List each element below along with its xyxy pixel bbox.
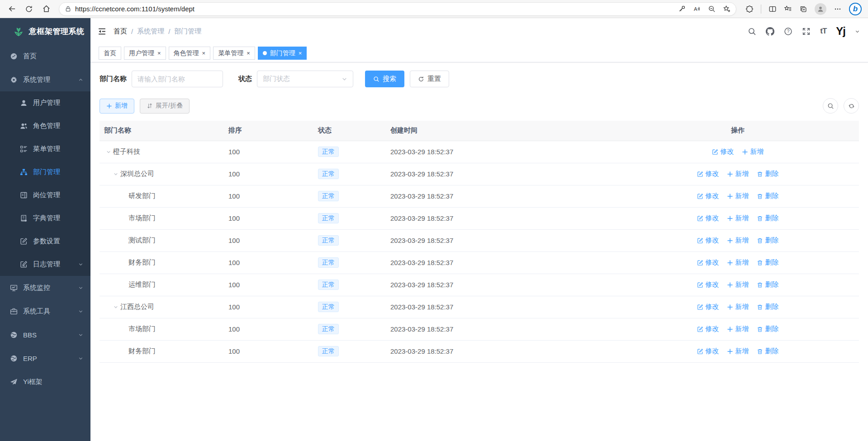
table-tools	[823, 98, 859, 114]
dept-name[interactable]: 江西总公司	[120, 303, 154, 311]
github-icon[interactable]	[766, 27, 774, 36]
breadcrumb-home[interactable]: 首页	[114, 27, 127, 36]
browser-refresh-button[interactable]	[22, 2, 36, 16]
dept-name[interactable]: 测试部门	[128, 236, 156, 245]
tag-tab-1[interactable]: 用户管理 ×	[124, 47, 166, 60]
dept-name[interactable]: 研发部门	[128, 192, 156, 200]
sidebar-item-4[interactable]: BBS	[0, 323, 90, 346]
fullscreen-icon[interactable]	[802, 27, 811, 36]
row-action-edit[interactable]: 修改	[697, 280, 719, 289]
dept-name[interactable]: 财务部门	[128, 258, 156, 267]
row-action-plus[interactable]: 新增	[727, 236, 749, 245]
row-action-plus[interactable]: 新增	[727, 280, 749, 289]
sidebar-subitem-0[interactable]: 用户管理	[0, 91, 90, 114]
sidebar-item-1[interactable]: 系统管理	[0, 68, 90, 91]
browser-profile-avatar[interactable]	[815, 3, 826, 15]
row-action-edit[interactable]: 修改	[697, 214, 719, 223]
site-info-lock-icon[interactable]	[65, 5, 71, 12]
extensions-icon[interactable]	[745, 5, 754, 13]
expand-collapse-button[interactable]: 展开/折叠	[140, 99, 190, 114]
sidebar-item-2[interactable]: 系统监控	[0, 276, 90, 299]
collections-icon[interactable]	[799, 5, 807, 13]
user-avatar-logo[interactable]: Yj	[836, 25, 845, 38]
row-action-edit[interactable]: 修改	[697, 170, 719, 178]
bing-chat-icon[interactable]: b	[849, 3, 862, 15]
add-favorite-star-icon[interactable]	[723, 5, 730, 13]
browser-back-button[interactable]	[5, 2, 19, 16]
close-tab-icon[interactable]: ×	[299, 50, 302, 57]
split-screen-icon[interactable]	[768, 5, 777, 13]
row-action-edit[interactable]: 修改	[697, 303, 719, 311]
sidebar-subitem-3[interactable]: 部门管理	[0, 161, 90, 184]
tag-tab-4[interactable]: 部门管理 ×	[258, 47, 307, 60]
search-button[interactable]: 搜索	[365, 71, 404, 87]
row-action-plus[interactable]: 新增	[727, 192, 749, 200]
refresh-table-circle-button[interactable]	[844, 98, 859, 114]
row-action-plus[interactable]: 新增	[727, 303, 749, 311]
password-key-icon[interactable]	[678, 5, 686, 13]
sidebar-item-6[interactable]: Yi框架	[0, 370, 90, 394]
status-select[interactable]: 部门状态	[257, 71, 353, 87]
show-search-circle-button[interactable]	[823, 98, 838, 114]
tag-tab-0[interactable]: 首页	[99, 47, 121, 60]
add-button[interactable]: 新增	[100, 99, 134, 114]
sidebar-item-0[interactable]: 首页	[0, 44, 90, 68]
reset-button[interactable]: 重置	[410, 71, 449, 87]
tag-tab-3[interactable]: 菜单管理 ×	[213, 47, 255, 60]
collapse-sidebar-icon[interactable]	[98, 27, 106, 36]
address-bar[interactable]: https://ccnetcore.com:1101/system/dept A	[59, 2, 736, 16]
close-tab-icon[interactable]: ×	[202, 50, 206, 57]
row-action-plus[interactable]: 新增	[727, 347, 749, 356]
dept-name[interactable]: 财务部门	[128, 347, 156, 356]
row-action-edit[interactable]: 修改	[712, 147, 734, 156]
row-action-plus[interactable]: 新增	[727, 170, 749, 178]
row-action-edit[interactable]: 修改	[697, 236, 719, 245]
row-action-plus[interactable]: 新增	[727, 258, 749, 267]
row-action-trash[interactable]: 删除	[757, 347, 779, 356]
row-action-edit[interactable]: 修改	[697, 258, 719, 267]
close-tab-icon[interactable]: ×	[157, 50, 161, 57]
read-aloud-icon[interactable]: A	[693, 5, 701, 13]
browser-settings-ellipsis-icon[interactable]	[834, 5, 842, 13]
user-menu-caret-icon[interactable]	[855, 29, 860, 34]
edit-icon	[697, 193, 703, 199]
row-action-plus[interactable]: 新增	[727, 214, 749, 223]
row-action-plus[interactable]: 新增	[742, 147, 764, 156]
row-action-trash[interactable]: 删除	[757, 170, 779, 178]
browser-home-button[interactable]	[39, 2, 53, 16]
sidebar-subitem-7[interactable]: 日志管理	[0, 253, 90, 276]
close-tab-icon[interactable]: ×	[247, 50, 250, 57]
dept-name[interactable]: 市场部门	[128, 325, 156, 333]
row-action-edit[interactable]: 修改	[697, 192, 719, 200]
sidebar-subitem-6[interactable]: 参数设置	[0, 230, 90, 253]
sidebar-item-3[interactable]: 系统工具	[0, 299, 90, 323]
font-size-icon[interactable]: tT	[820, 27, 826, 36]
header-search-icon[interactable]	[748, 27, 756, 36]
zoom-out-icon[interactable]	[708, 5, 716, 13]
row-action-plus[interactable]: 新增	[727, 325, 749, 333]
sidebar-subitem-4[interactable]: 岗位管理	[0, 184, 90, 207]
dept-name[interactable]: 深圳总公司	[120, 170, 154, 178]
row-action-edit[interactable]: 修改	[697, 325, 719, 333]
sidebar-subitem-5[interactable]: 字典管理	[0, 207, 90, 230]
row-action-trash[interactable]: 删除	[757, 258, 779, 267]
sidebar-subitem-2[interactable]: 菜单管理	[0, 138, 90, 161]
sidebar-item-5[interactable]: ERP	[0, 346, 90, 370]
row-action-trash[interactable]: 删除	[757, 325, 779, 333]
app-logo[interactable]: 意框架管理系统	[0, 18, 90, 44]
favorites-list-icon[interactable]	[784, 5, 792, 13]
row-action-edit[interactable]: 修改	[697, 347, 719, 356]
row-action-trash[interactable]: 删除	[757, 303, 779, 311]
tag-tab-2[interactable]: 角色管理 ×	[169, 47, 211, 60]
row-action-trash[interactable]: 删除	[757, 280, 779, 289]
url-text[interactable]: https://ccnetcore.com:1101/system/dept	[75, 5, 194, 13]
help-icon[interactable]: ?	[784, 27, 792, 36]
row-action-trash[interactable]: 删除	[757, 192, 779, 200]
row-action-trash[interactable]: 删除	[757, 236, 779, 245]
dept-name[interactable]: 橙子科技	[113, 147, 140, 156]
dept-name-input[interactable]	[132, 71, 223, 87]
dept-name[interactable]: 运维部门	[128, 280, 156, 289]
dept-name[interactable]: 市场部门	[128, 214, 156, 223]
sidebar-subitem-1[interactable]: 角色管理	[0, 114, 90, 138]
row-action-trash[interactable]: 删除	[757, 214, 779, 223]
